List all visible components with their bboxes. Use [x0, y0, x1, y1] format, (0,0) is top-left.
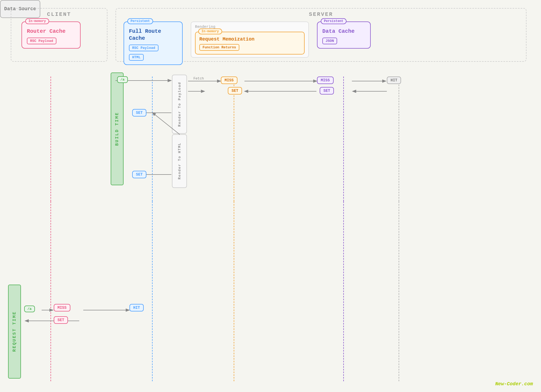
data-cache-box: Persistent Data Cache JSON — [317, 21, 371, 49]
full-route-cache-title: Full Route Cache — [129, 28, 177, 42]
request-memo-sub: Function Returns — [199, 44, 239, 51]
vline-router — [51, 77, 51, 201]
full-route-cache-badge: Persistent — [127, 18, 153, 24]
vline-full-route-req — [152, 201, 153, 381]
full-route-cache-box: Persistent Full Route Cache RSC Payload … — [124, 21, 183, 65]
set-blue-build-payload: SET — [132, 109, 146, 117]
route-a-req-badge: /a — [24, 306, 35, 312]
server-label: SERVER — [309, 11, 333, 17]
vline-full-route — [152, 77, 153, 201]
miss-pink-req: MISS — [54, 304, 70, 311]
request-time-label: REQUEST TIME — [12, 311, 17, 352]
rendering-section: Rendering In-memory Request Memoization … — [191, 21, 309, 58]
render-to-payload-label: Render To Payload — [178, 82, 182, 127]
request-memo-title: Request Memoization — [199, 37, 300, 42]
full-route-cache-sub1: RSC Payload — [129, 45, 158, 51]
request-memo-badge: In-memory — [198, 28, 222, 34]
render-to-html-box: Render To HTML — [172, 134, 187, 188]
svg-text:Fetch: Fetch — [193, 77, 204, 81]
render-to-payload-box: Render To Payload — [172, 75, 187, 134]
set-pink-req: SET — [54, 316, 68, 324]
data-cache-badge: Persistent — [321, 18, 347, 24]
build-time-label: BUILD TIME — [115, 112, 120, 146]
vline-data-cache — [343, 77, 344, 201]
vline-router-req — [51, 201, 51, 381]
data-cache-title: Data Cache — [322, 28, 365, 35]
vline-data-source — [399, 77, 399, 201]
set-orange-build: SET — [228, 87, 242, 95]
route-a-build-badge: /a — [117, 76, 128, 83]
request-time-bar: REQUEST TIME — [8, 285, 21, 379]
hit-gray-build: HIT — [387, 77, 401, 84]
client-label: CLIENT — [47, 11, 71, 17]
watermark: New-Coder.com — [495, 381, 533, 387]
full-route-cache-sub2: HTML — [129, 54, 144, 61]
miss-purple-build: MISS — [317, 77, 334, 84]
data-cache-sub: JSON — [322, 38, 337, 44]
vline-request-memo — [234, 77, 234, 201]
router-cache-title: Router Cache — [27, 28, 75, 35]
vline-data-source-req — [399, 201, 399, 381]
miss-orange-build: MISS — [221, 77, 237, 84]
vline-data-cache-req — [343, 201, 344, 381]
vline-request-memo-req — [234, 201, 234, 381]
router-cache-badge: In-memory — [25, 18, 49, 24]
build-time-bar: BUILD TIME — [111, 72, 124, 185]
set-purple-build: SET — [320, 87, 334, 95]
request-memo-box: In-memory Request Memoization Function R… — [195, 32, 305, 55]
router-cache-box: In-memory Router Cache RSC Payload — [21, 21, 81, 49]
hit-blue-req: HIT — [129, 304, 144, 311]
render-to-html-label: Render To HTML — [178, 143, 182, 179]
router-cache-sub: RSC Payload — [27, 38, 56, 44]
diagram-container: CLIENT SERVER In-memory Router Cache RSC… — [0, 0, 541, 392]
set-blue-build-html: SET — [132, 171, 146, 178]
